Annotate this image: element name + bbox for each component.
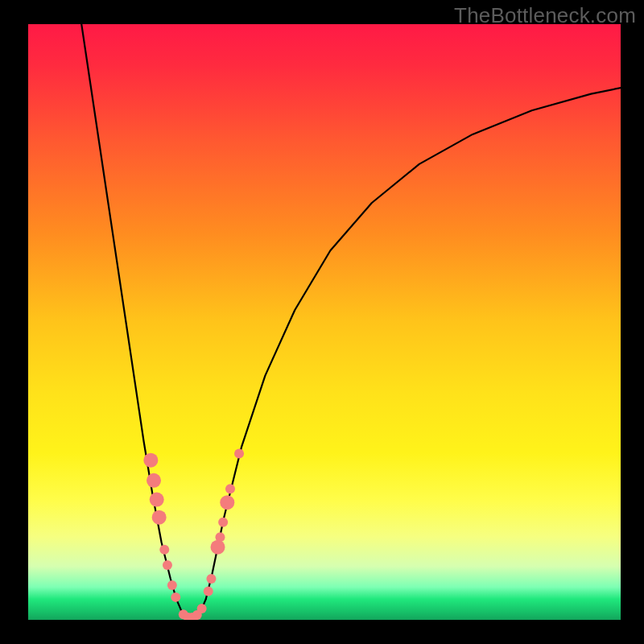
- gradient-background: [28, 24, 621, 620]
- data-marker: [234, 449, 244, 459]
- data-marker: [218, 518, 228, 527]
- data-marker: [225, 484, 235, 493]
- watermark-text: TheBottleneck.com: [454, 3, 636, 28]
- data-marker: [167, 580, 177, 590]
- data-marker: [215, 532, 225, 542]
- data-marker: [204, 586, 213, 596]
- data-marker: [206, 574, 216, 584]
- data-marker: [171, 592, 180, 602]
- data-marker: [150, 493, 164, 507]
- chart-canvas: { "watermark": "TheBottleneck.com", "cha…: [0, 0, 644, 644]
- data-marker: [163, 560, 172, 570]
- data-marker: [147, 473, 161, 488]
- data-marker: [220, 495, 234, 510]
- data-marker: [159, 545, 169, 555]
- bottleneck-curve-chart: [0, 0, 644, 644]
- data-marker: [152, 510, 167, 525]
- data-marker: [143, 453, 158, 468]
- data-marker: [197, 604, 207, 613]
- data-marker: [211, 540, 225, 555]
